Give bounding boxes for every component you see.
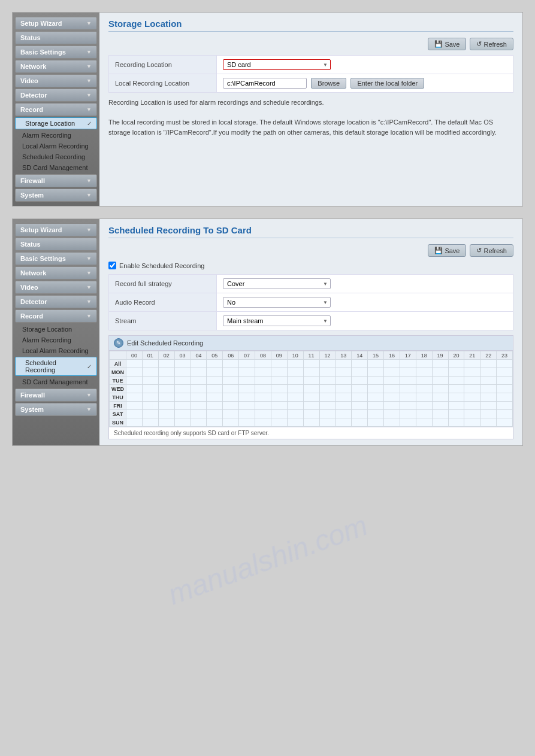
sidebar-item-scheduled-recording[interactable]: Scheduled Recording xyxy=(13,151,99,162)
time-cell-thu-19[interactable] xyxy=(432,393,448,402)
time-cell-thu-0[interactable] xyxy=(126,393,143,402)
time-cell-wed-3[interactable] xyxy=(174,385,191,393)
time-cell-fri-7[interactable] xyxy=(239,402,255,410)
time-cell-tue-22[interactable] xyxy=(480,377,497,385)
time-cell-mon-13[interactable] xyxy=(335,368,352,377)
time-cell-sun-7[interactable] xyxy=(239,418,255,427)
time-cell-tue-0[interactable] xyxy=(126,377,143,385)
time-cell-sun-13[interactable] xyxy=(335,418,352,427)
time-cell-wed-0[interactable] xyxy=(126,385,143,393)
time-cell-sun-21[interactable] xyxy=(464,418,480,427)
time-cell-fri-11[interactable] xyxy=(303,402,319,410)
time-cell-wed-15[interactable] xyxy=(368,385,384,393)
time-cell-all-2[interactable] xyxy=(158,360,174,368)
time-cell-sun-3[interactable] xyxy=(174,418,191,427)
time-cell-sat-20[interactable] xyxy=(448,410,464,418)
time-cell-sun-4[interactable] xyxy=(191,418,207,427)
time-cell-fri-8[interactable] xyxy=(255,402,271,410)
time-cell-thu-5[interactable] xyxy=(207,393,223,402)
time-cell-sun-18[interactable] xyxy=(416,418,432,427)
time-cell-sat-17[interactable] xyxy=(400,410,416,418)
time-cell-mon-18[interactable] xyxy=(416,368,432,377)
time-cell-wed-23[interactable] xyxy=(497,385,513,393)
time-cell-sat-23[interactable] xyxy=(497,410,513,418)
time-cell-fri-6[interactable] xyxy=(223,402,239,410)
time-cell-thu-15[interactable] xyxy=(368,393,384,402)
time-cell-sun-2[interactable] xyxy=(158,418,174,427)
save-button-2[interactable]: 💾 Save xyxy=(428,244,466,257)
time-cell-sat-2[interactable] xyxy=(158,410,174,418)
time-cell-mon-4[interactable] xyxy=(191,368,207,377)
time-cell-mon-22[interactable] xyxy=(480,368,497,377)
time-cell-tue-4[interactable] xyxy=(191,377,207,385)
time-cell-fri-23[interactable] xyxy=(497,402,513,410)
time-cell-tue-19[interactable] xyxy=(432,377,448,385)
time-cell-tue-18[interactable] xyxy=(416,377,432,385)
time-cell-all-11[interactable] xyxy=(303,360,319,368)
enter-local-button[interactable]: Enter the local folder xyxy=(350,78,424,89)
time-cell-sat-15[interactable] xyxy=(368,410,384,418)
time-cell-thu-14[interactable] xyxy=(352,393,368,402)
time-cell-tue-7[interactable] xyxy=(239,377,255,385)
time-cell-all-1[interactable] xyxy=(142,360,158,368)
sidebar2-item-firewall[interactable]: Firewall ▼ xyxy=(15,388,97,402)
time-cell-tue-15[interactable] xyxy=(368,377,384,385)
time-cell-mon-11[interactable] xyxy=(303,368,319,377)
audio-record-select[interactable]: No Yes xyxy=(223,297,331,308)
time-cell-mon-5[interactable] xyxy=(207,368,223,377)
time-cell-tue-14[interactable] xyxy=(352,377,368,385)
time-cell-thu-18[interactable] xyxy=(416,393,432,402)
time-cell-wed-8[interactable] xyxy=(255,385,271,393)
time-cell-thu-7[interactable] xyxy=(239,393,255,402)
time-cell-mon-3[interactable] xyxy=(174,368,191,377)
sidebar-item-storage-location[interactable]: Storage Location ✓ xyxy=(15,117,97,129)
time-cell-wed-19[interactable] xyxy=(432,385,448,393)
stream-select[interactable]: Main stream Sub stream xyxy=(223,315,331,326)
time-cell-sat-12[interactable] xyxy=(319,410,335,418)
time-cell-sun-9[interactable] xyxy=(271,418,287,427)
time-cell-mon-1[interactable] xyxy=(142,368,158,377)
time-cell-wed-13[interactable] xyxy=(335,385,352,393)
time-cell-fri-17[interactable] xyxy=(400,402,416,410)
time-cell-sat-11[interactable] xyxy=(303,410,319,418)
time-cell-wed-10[interactable] xyxy=(287,385,303,393)
sidebar2-item-setup-wizard[interactable]: Setup Wizard ▼ xyxy=(15,223,97,236)
time-cell-fri-14[interactable] xyxy=(352,402,368,410)
time-cell-all-15[interactable] xyxy=(368,360,384,368)
time-cell-sat-8[interactable] xyxy=(255,410,271,418)
sidebar2-item-video[interactable]: Video ▼ xyxy=(15,281,97,294)
time-cell-wed-6[interactable] xyxy=(223,385,239,393)
time-cell-fri-21[interactable] xyxy=(464,402,480,410)
time-cell-sun-17[interactable] xyxy=(400,418,416,427)
recording-location-select[interactable]: SD card FTP Local xyxy=(223,59,331,70)
time-cell-sun-0[interactable] xyxy=(126,418,143,427)
time-cell-sat-3[interactable] xyxy=(174,410,191,418)
time-cell-all-8[interactable] xyxy=(255,360,271,368)
time-cell-sat-22[interactable] xyxy=(480,410,497,418)
time-cell-thu-16[interactable] xyxy=(384,393,400,402)
sidebar2-item-network[interactable]: Network ▼ xyxy=(15,266,97,280)
time-cell-sat-16[interactable] xyxy=(384,410,400,418)
time-cell-wed-21[interactable] xyxy=(464,385,480,393)
time-cell-all-4[interactable] xyxy=(191,360,207,368)
time-cell-sun-5[interactable] xyxy=(207,418,223,427)
sidebar-item-firewall[interactable]: Firewall ▼ xyxy=(15,174,97,187)
time-cell-mon-0[interactable] xyxy=(126,368,143,377)
sidebar2-item-system[interactable]: System ▼ xyxy=(15,403,97,416)
sidebar-item-video[interactable]: Video ▼ xyxy=(15,74,97,87)
time-cell-thu-22[interactable] xyxy=(480,393,497,402)
time-cell-sat-0[interactable] xyxy=(126,410,143,418)
time-cell-thu-3[interactable] xyxy=(174,393,191,402)
local-recording-input[interactable] xyxy=(223,78,307,89)
record-full-strategy-select[interactable]: Cover Full xyxy=(223,278,331,289)
time-cell-fri-9[interactable] xyxy=(271,402,287,410)
sidebar-item-local-alarm-recording[interactable]: Local Alarm Recording xyxy=(13,141,99,151)
time-cell-wed-14[interactable] xyxy=(352,385,368,393)
time-cell-mon-6[interactable] xyxy=(223,368,239,377)
edit-scheduled-button[interactable]: ✎ xyxy=(114,338,123,348)
time-cell-all-12[interactable] xyxy=(319,360,335,368)
time-cell-mon-10[interactable] xyxy=(287,368,303,377)
time-cell-mon-14[interactable] xyxy=(352,368,368,377)
time-cell-thu-1[interactable] xyxy=(142,393,158,402)
time-cell-tue-20[interactable] xyxy=(448,377,464,385)
